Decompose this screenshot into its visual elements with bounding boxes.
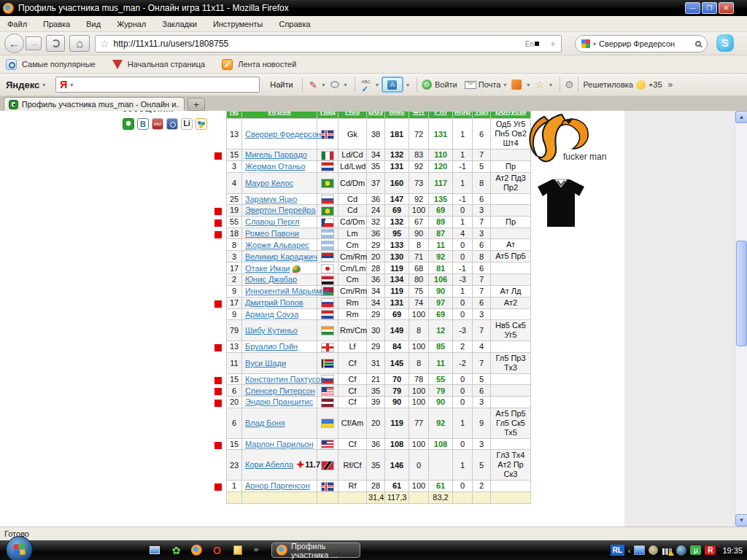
player-link[interactable]: Мигель Паррадо (245, 150, 307, 159)
icq-icon[interactable]: ✿ (170, 544, 182, 556)
mail-dropdown-icon[interactable]: ▾ (503, 82, 506, 88)
scroll-down-button[interactable]: ▼ (735, 514, 747, 526)
social-friends-icon[interactable] (196, 118, 207, 130)
player-link[interactable]: Вуси Шади (245, 359, 286, 368)
player-link[interactable]: Жорже Альварес (245, 241, 309, 249)
comments-dropdown-icon[interactable]: ▾ (344, 82, 347, 88)
forward-button[interactable]: → (26, 36, 42, 50)
player-link[interactable]: Отаке Имаи (245, 264, 290, 273)
player-link[interactable]: Кори Абелла (245, 460, 293, 469)
notes-icon[interactable] (231, 544, 244, 556)
quicklaunch-firefox-icon[interactable] (190, 544, 203, 556)
spellcheck-dropdown-icon[interactable]: ▾ (376, 82, 379, 88)
quicklaunch-overflow-button[interactable]: » (254, 545, 258, 553)
clipped-link[interactable]: сообщения (123, 111, 210, 115)
show-desktop-icon[interactable] (148, 544, 160, 556)
menu-history[interactable]: Журнал (117, 20, 146, 28)
col-position[interactable]: Поз (338, 112, 366, 115)
tray-globe-icon[interactable] (676, 545, 686, 556)
player-link[interactable]: Арнор Паргенсон (245, 481, 310, 490)
player-link[interactable]: Константин Пахтусов (245, 375, 325, 384)
player-link[interactable]: Бруалио Пэйн (245, 342, 298, 351)
comments-icon[interactable] (330, 81, 339, 88)
yandex-brand[interactable]: Яндекс (6, 79, 39, 90)
new-tab-button[interactable]: + (187, 98, 205, 111)
menu-edit[interactable]: Правка (43, 20, 70, 28)
toolbar-overflow-button[interactable]: » (668, 79, 673, 90)
engine-dropdown-icon[interactable]: ▾ (593, 41, 596, 47)
yandex-find-button[interactable]: Найти (270, 80, 293, 89)
player-link[interactable]: Эндрю Пранцитис (245, 397, 313, 406)
restore-button[interactable]: ❐ (702, 2, 717, 14)
reload-button[interactable] (46, 35, 65, 52)
player-link[interactable]: Влад Боня (245, 419, 285, 427)
player-link[interactable]: Славош Пергл (245, 217, 300, 226)
player-link[interactable]: Велимир Караджич (245, 252, 317, 261)
player-link[interactable]: Ромео Павони (245, 229, 299, 238)
player-link[interactable]: Дмитрий Попов (245, 298, 303, 307)
settings-gear-icon[interactable]: ⚙ (565, 79, 574, 90)
player-link[interactable]: Зарамук Яцко (245, 195, 297, 203)
col-player[interactable]: Игрок (242, 112, 317, 115)
weather-city[interactable]: Решетиловка (583, 80, 632, 89)
tray-signal-warning-icon[interactable] (662, 545, 673, 555)
skype-icon[interactable]: S (716, 34, 734, 52)
tray-utorrent-icon[interactable]: µ (690, 545, 701, 555)
back-button[interactable]: ← (4, 34, 24, 53)
social-mailru-icon[interactable]: МЫ (152, 118, 163, 130)
spellcheck-icon[interactable]: ABC✓ (362, 76, 371, 93)
tray-collapse-icon[interactable]: ‹ (628, 546, 631, 555)
tab-active[interactable]: Профиль участника mus_man - Онлайн и... (4, 97, 185, 111)
url-dropdown-icon[interactable]: ▼ (549, 40, 557, 48)
close-button[interactable]: ✕ (719, 2, 734, 14)
pencil-icon[interactable]: ✎ (309, 79, 317, 90)
home-button[interactable]: ⌂ (69, 35, 90, 52)
bookmark-start-page[interactable]: Начальная страница (128, 60, 205, 69)
pencil-dropdown-icon[interactable]: ▾ (322, 82, 325, 88)
yandex-panel-icon[interactable] (511, 79, 522, 90)
player-link[interactable]: Мауро Келос (245, 179, 293, 187)
player-link[interactable]: Спенсер Питерсон (245, 386, 315, 395)
bookmark-news-feed[interactable]: Лента новостей (238, 60, 296, 69)
vertical-scrollbar[interactable]: ▲ ▼ (735, 111, 747, 526)
player-link[interactable]: Арманд Соуза (245, 310, 298, 319)
tray-language-indicator[interactable]: RL (611, 545, 624, 556)
social-ya-icon[interactable] (166, 118, 178, 130)
search-input[interactable]: Сверрир Фредерсон (599, 39, 695, 48)
panel-dropdown-icon[interactable]: ▾ (527, 82, 530, 88)
player-link[interactable]: Шибу Кутиньо (245, 326, 298, 335)
url-bar[interactable]: ☆ http://11x11.ru/users/1808755 En ▼ (95, 35, 562, 52)
player-link[interactable]: Марлон Парильон (245, 440, 314, 448)
col-real-strength[interactable]: Р/н (429, 112, 452, 115)
social-football-icon[interactable] (123, 118, 134, 130)
tray-app-icon[interactable] (649, 545, 658, 555)
player-link[interactable]: Юнис Джабар (245, 275, 297, 284)
menu-tools[interactable]: Инструменты (213, 20, 263, 28)
col-number[interactable]: № (227, 112, 241, 115)
favorites-dropdown-icon[interactable]: ▾ (549, 82, 552, 88)
opera-icon[interactable]: O (211, 544, 223, 556)
col-morale[interactable]: Мор (453, 112, 472, 115)
menu-help[interactable]: Справка (279, 20, 310, 28)
favorites-star-icon[interactable]: ☆ (535, 79, 544, 90)
social-vk-icon[interactable]: В (137, 118, 149, 130)
player-link[interactable]: Жерман Отаньо (245, 162, 306, 171)
bookmark-star-icon[interactable]: ☆ (100, 38, 109, 50)
yandex-brand-dropdown-icon[interactable]: ▾ (42, 82, 45, 88)
menu-view[interactable]: Вид (86, 20, 101, 28)
translate-button[interactable]: A (382, 77, 403, 93)
start-button[interactable] (6, 536, 33, 560)
menu-file[interactable]: Файл (7, 20, 27, 28)
menu-bookmarks[interactable]: Закладки (162, 20, 197, 28)
col-nation[interactable]: Нац (317, 112, 338, 115)
yandex-search-input[interactable]: Я ▾ (55, 77, 260, 93)
bookmark-most-visited[interactable]: Самые популярные (22, 60, 96, 69)
col-mastery[interactable]: Мас (385, 112, 409, 115)
task-button-firefox[interactable]: Профиль участника ... (271, 542, 360, 558)
search-box[interactable]: ▾ Сверрир Фредерсон (575, 35, 708, 52)
social-liveinternet-icon[interactable]: Li (181, 118, 193, 130)
col-fitness[interactable]: Ф/г (409, 112, 428, 115)
player-link[interactable]: Иннокентий Марьямов (245, 287, 330, 295)
yandex-input-dropdown-icon[interactable]: ▾ (70, 82, 73, 88)
login-button[interactable]: Войти (435, 80, 457, 89)
